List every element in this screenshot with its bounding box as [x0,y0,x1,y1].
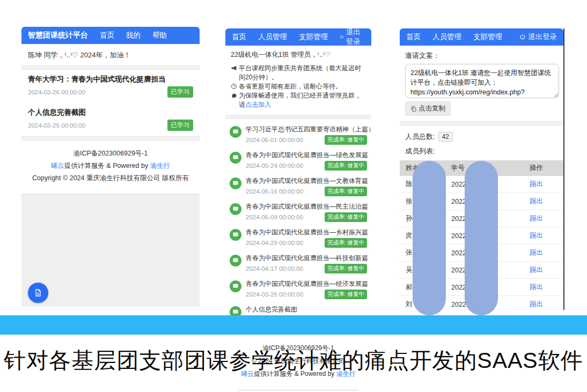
section-divider [21,65,200,70]
list-item: 学习习近平总书记五四重要寄语精神（上篇） 2024-06-01 00:00:00… [230,122,367,148]
section-divider [225,115,371,119]
page: 智慧团课统计平台 首页 我的 帮助 陈坤 同学，⁽..⁾♡ 2024年，加油！ … [0,0,587,392]
student-footer: 渝ICP备2023006929号-1 晞云提供计算服务 & Powered by… [21,140,200,189]
book-icon [230,280,241,292]
completion-badge: 完成率: 修复中 [325,135,367,145]
completion-badge: 完成率: 修复中 [325,290,367,299]
course-date: 2024-03-25 00:00:00 [28,122,85,129]
list-item: 青年大学习：青春为中国式现代化挺膺担当 2024-03-26 00:00:00 … [21,70,200,103]
learned-badge: 已学习 [167,86,194,98]
privacy-bar-ids [465,161,498,315]
course-title: 青春为中国式现代化挺膺担当—乡村振兴篇 [246,228,367,237]
icp-number: 渝ICP备2023006929号-1 [21,149,200,158]
section-divider [400,121,563,125]
list-item: 青春为中国式现代化挺膺担当—绿色发展篇 2024-05-24 00:00:00完… [230,148,367,174]
section-divider [21,136,200,140]
completion-badge: 完成率: 修复中 [325,212,367,222]
admin-courses-panel: 首页 人员管理 支部管理 退出登录 22级机电一体化1班 管理员，⁽..⁾♡ 平… [225,28,371,390]
kick-out-link[interactable]: 踢出 [530,214,563,223]
student-app-panel: 智慧团课统计平台 首页 我的 帮助 陈坤 同学，⁽..⁾♡ 2024年，加油！ … [21,27,200,307]
course-date: 2024-03-26 00:00:00 [28,89,85,95]
join-group-link[interactable]: 点击加入 [245,101,271,108]
list-item: 青春为中国式现代化挺膺担当—文教体育篇 2024-05-16 00:00:00完… [230,174,367,199]
course-title: 学习习近平总书记五四重要寄语精神（上篇） [246,125,367,134]
course-date: 2024-04-17 00:00:00 [246,265,303,272]
completion-badge: 完成率: 修复中 [325,238,367,248]
copy-icon [410,106,417,112]
course-title: 青春为中国式现代化挺膺担当—绿色发展篇 [246,151,367,160]
list-item: 青春为中国式现代化挺膺担当—民主法治篇 2024-05-09 00:00:00完… [230,199,367,225]
list-item: 青春为中国式现代化挺膺担当—乡村振兴篇 2024-04-29 00:00:00完… [230,225,367,251]
completion-badge: 完成率: 修复中 [325,264,367,273]
kick-out-link[interactable]: 踢出 [530,300,563,309]
kick-out-link[interactable]: 踢出 [530,197,563,206]
course-title: 青春为中国式现代化挺膺担当—经济发展篇 [246,279,367,289]
page-background-area [21,194,200,307]
kick-out-link[interactable]: 踢出 [530,265,563,275]
course-title: 青春为中国式现代化挺膺担当—科技创新篇 [246,254,367,263]
privacy-bar-names [413,161,446,315]
list-item: 青春为中国式现代化挺膺担当—科技创新篇 2024-04-17 00:00:00完… [230,251,367,277]
notice-line: 为保障畅通使用，我们已经开通管理员群，请点击加入 [231,91,366,109]
nav-branch[interactable]: 支部管理 [473,32,502,42]
kick-out-link[interactable]: 踢出 [530,231,563,240]
course-date: 2024-04-29 00:00:00 [246,240,303,246]
powered-by-link[interactable]: 渝生行 [150,162,171,169]
copyright-text: Copyright © 2024 重庆渝生行科技有限公司 版权所有 [21,174,200,183]
list-item: 青春为中国式现代化挺膺担当—经济发展篇 2024-03-26 00:00:00完… [230,277,367,302]
admin-greeting: 22级机电一体化1班 管理员，⁽..⁾♡ [225,46,371,63]
nav-branch[interactable]: 支部管理 [299,32,328,42]
kick-out-link[interactable]: 踢出 [530,248,563,257]
student-greeting: 陈坤 同学，⁽..⁾♡ 2024年，加油！ [21,44,200,65]
nav-members[interactable]: 人员管理 [258,32,287,42]
megaphone-icon [231,65,237,71]
col-action: 操作 [530,164,563,173]
nav-home[interactable]: 首页 [406,32,421,42]
list-item: 个人信息完善截图 2024-03-25 00:00:00 已学习 [21,103,200,136]
host-provider-link[interactable]: 晞云 [51,162,64,169]
kick-out-link[interactable]: 踢出 [530,283,563,292]
learned-badge: 已学习 [167,120,194,131]
blue-banner [0,315,587,335]
course-title: 青年大学习：青春为中国式现代化挺膺担当 [28,75,193,84]
nav-home[interactable]: 首页 [100,31,114,40]
course-date: 2024-03-26 00:00:00 [246,291,303,298]
nav-members[interactable]: 人员管理 [432,32,461,42]
document-fab-button[interactable] [28,283,48,303]
speech-bubble-icon [231,92,237,99]
notice-block: 平台课程同步重庆共青团系统（最大延迟时间20分钟）。 各省更新可能有差距，请耐心… [225,63,371,115]
completion-badge: 完成率: 修复中 [325,187,367,196]
member-list-label: 成员列表: [400,143,563,160]
notice-line: 平台课程同步重庆共青团系统（最大延迟时间20分钟）。 [231,64,366,82]
course-title: 个人信息完善截图 [28,108,193,117]
book-icon [230,177,241,189]
book-icon [230,203,241,215]
course-date: 2024-06-01 00:00:00 [246,137,303,143]
copy-button[interactable]: 点击复制 [405,101,451,116]
nav-help[interactable]: 帮助 [152,31,167,40]
nav-home[interactable]: 首页 [232,32,246,42]
member-count-badge: 42 [438,132,453,142]
invite-label: 邀请文案： [400,46,563,64]
logout-button[interactable]: 退出登录 [340,27,365,47]
power-icon [340,34,344,40]
book-icon [230,126,241,138]
course-title: 青春为中国式现代化挺膺担当—民主法治篇 [246,202,367,211]
member-total-label: 人员总数: [405,132,435,142]
course-date: 2024-05-16 00:00:00 [246,188,303,195]
course-date: 2024-05-24 00:00:00 [246,162,303,169]
hosting-line: 晞云提供计算服务 & Powered by 渝生行 [21,161,200,171]
document-icon [34,289,42,297]
notice-line: 各省更新可能有差距，请耐心等待。 [231,82,366,91]
app-brand: 智慧团课统计平台 [28,31,88,40]
book-icon [230,255,241,267]
course-date: 2024-05-09 00:00:00 [246,214,303,220]
completion-badge: 完成率: 修复中 [325,161,367,171]
nav-mine[interactable]: 我的 [126,31,141,40]
member-total: 人员总数: 42 [400,125,563,143]
admin-navbar: 首页 人员管理 支部管理 退出登录 [400,28,563,46]
logout-button[interactable]: 退出登录 [519,32,557,42]
footer-divider [238,390,358,390]
invite-textarea[interactable]: 22级机电一体化1班 邀请您一起使用智慧团课统计平台，点击链接即可加入：http… [405,64,559,98]
kick-out-link[interactable]: 踢出 [530,180,563,189]
